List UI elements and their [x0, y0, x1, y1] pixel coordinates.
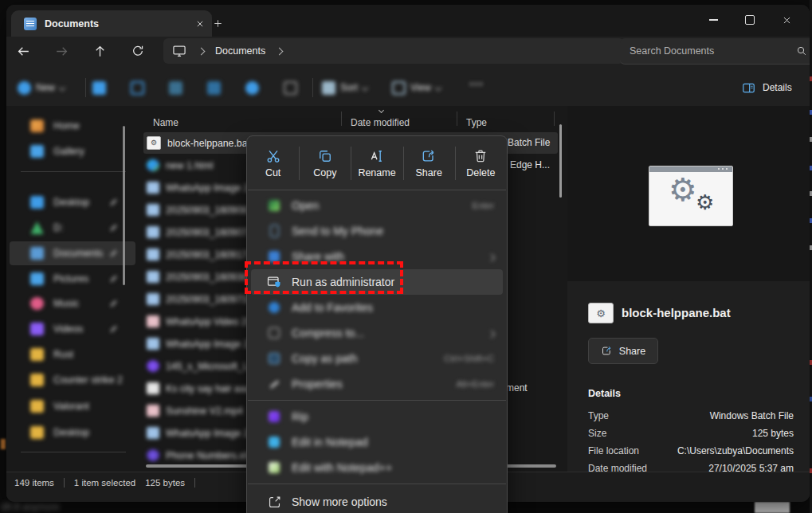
chevron-down-icon [435, 84, 441, 91]
search-input[interactable] [628, 45, 795, 57]
new-tab-button[interactable] [207, 13, 228, 33]
copy-command[interactable]: Copy [299, 143, 351, 184]
share-icon [601, 345, 613, 357]
copy-button[interactable] [131, 81, 144, 95]
image-file-icon [147, 226, 159, 238]
batch-file-icon: ⚙ [588, 303, 614, 323]
open-icon [266, 200, 282, 211]
search-box[interactable] [620, 38, 810, 65]
sidebar-separator [21, 171, 126, 172]
sidebar-item-videos[interactable]: Videos [10, 317, 135, 341]
menu-item-copy-as-path[interactable]: Copy as path Ctrl+Shift+C [247, 346, 507, 371]
menu-item-rip[interactable]: Rip [247, 404, 507, 429]
cut-button[interactable] [92, 81, 106, 95]
up-button[interactable] [86, 38, 113, 64]
batch-file-icon: ⚙ [147, 136, 161, 150]
view-button[interactable]: View [392, 75, 441, 100]
sidebar-item-counter-strike-2[interactable]: Counter strike 2 [10, 368, 135, 392]
menu-item-edit-in-notepad[interactable]: Edit in Notepad [247, 429, 507, 455]
menu-item-add-to-favorites[interactable]: Add to Favorites [247, 295, 507, 320]
menu-item-show-more-options[interactable]: Show more options [247, 488, 507, 513]
share-command[interactable]: Share [403, 143, 455, 184]
sidebar-item-d-drive[interactable]: D: [10, 216, 135, 240]
rename-button[interactable] [207, 81, 221, 95]
menu-item-run-as-administrator[interactable]: Run as administrator [251, 269, 503, 295]
chevron-right-icon[interactable] [276, 47, 284, 55]
pictures-icon [30, 272, 44, 285]
sidebar-item-rust[interactable]: Rust [10, 343, 135, 366]
this-pc-icon[interactable] [171, 43, 187, 59]
image-file-icon [147, 249, 159, 260]
desktop-icon [30, 196, 44, 209]
view-label: View [410, 82, 431, 93]
share-button[interactable] [245, 81, 259, 95]
cut-command[interactable]: Cut [247, 143, 299, 184]
paste-button[interactable] [169, 81, 182, 95]
image-file-icon [147, 182, 159, 194]
column-header-name[interactable]: Name [153, 117, 178, 128]
rename-command[interactable]: Rename [351, 143, 402, 184]
image-file-icon [147, 271, 159, 283]
tab-documents[interactable]: Documents [11, 10, 212, 37]
details-share-button[interactable]: Share [588, 338, 658, 364]
back-button[interactable] [10, 38, 37, 64]
menu-item-edit-with-notepad-plus-plus[interactable]: Edit with Notepad++ [247, 455, 507, 480]
pin-icon [110, 275, 117, 282]
sidebar-item-gallery[interactable]: Gallery [10, 139, 135, 163]
context-menu-command-row: Cut Copy Rename Share Delete [247, 139, 507, 187]
home-icon [30, 119, 44, 132]
sort-button[interactable]: Sort [322, 75, 367, 100]
rename-icon [369, 148, 385, 164]
sidebar-item-home[interactable]: Home [10, 114, 135, 138]
delete-command[interactable]: Delete [455, 143, 507, 184]
tab-title: Documents [45, 18, 99, 29]
forward-button[interactable] [48, 38, 75, 64]
see-more-button[interactable] [470, 83, 482, 85]
window-close-button[interactable] [768, 8, 805, 32]
refresh-button[interactable] [124, 38, 151, 64]
menu-item-share-with[interactable]: Share with [247, 244, 507, 269]
image-file-icon [147, 293, 159, 305]
sidebar-item-valorant[interactable]: Valorant [10, 394, 135, 418]
selection-status: 1 item selected [74, 478, 135, 488]
breadcrumb-documents[interactable]: Documents [215, 45, 265, 57]
sidebar-item-pictures[interactable]: Pictures [10, 267, 135, 291]
menu-item-open[interactable]: Open Enter [247, 193, 507, 218]
notepad-icon [266, 437, 282, 448]
column-header-type[interactable]: Type [466, 117, 487, 128]
minimize-button[interactable] [695, 8, 732, 32]
details-toggle-button[interactable]: Details [741, 75, 792, 100]
sidebar-item-desktop-2[interactable]: Desktop [10, 421, 135, 444]
sidebar-item-documents[interactable]: Documents [10, 241, 135, 265]
details-file-name: block-helppane.bat [622, 306, 731, 319]
folder-icon [30, 374, 44, 386]
menu-item-send-to-my-phone[interactable]: Send to My Phone [247, 218, 507, 244]
new-icon [18, 81, 31, 95]
details-pane-icon [741, 80, 756, 96]
spreadsheet-file-icon [147, 449, 159, 461]
arrow-up-icon [92, 44, 108, 59]
show-more-options-icon [266, 495, 282, 510]
folder-icon [30, 426, 44, 439]
submenu-chevron-icon [488, 254, 496, 262]
delete-button[interactable] [284, 81, 297, 95]
sidebar-scrollbar[interactable] [123, 126, 125, 285]
chevron-right-icon[interactable] [198, 47, 206, 55]
menu-item-properties[interactable]: Properties Alt+Enter [247, 371, 507, 397]
column-header-date-modified[interactable]: Date modified [351, 117, 410, 128]
search-icon[interactable] [795, 45, 808, 57]
context-menu: Cut Copy Rename Share Delete Open Enter … [246, 135, 508, 513]
music-icon [30, 297, 44, 310]
menu-item-compress-to[interactable]: Compress to... [247, 320, 507, 346]
file-list-scrollbar[interactable] [559, 124, 562, 198]
close-icon [782, 15, 792, 25]
video-file-icon [147, 315, 159, 327]
favorites-icon [266, 302, 282, 313]
item-count: 149 items [14, 478, 54, 488]
videos-icon [30, 323, 44, 335]
sidebar-item-desktop[interactable]: Desktop [10, 190, 135, 214]
sidebar-item-music[interactable]: Music [10, 292, 135, 315]
new-button[interactable]: New [18, 75, 65, 100]
maximize-button[interactable] [732, 8, 768, 32]
tab-close-button[interactable] [194, 18, 206, 29]
